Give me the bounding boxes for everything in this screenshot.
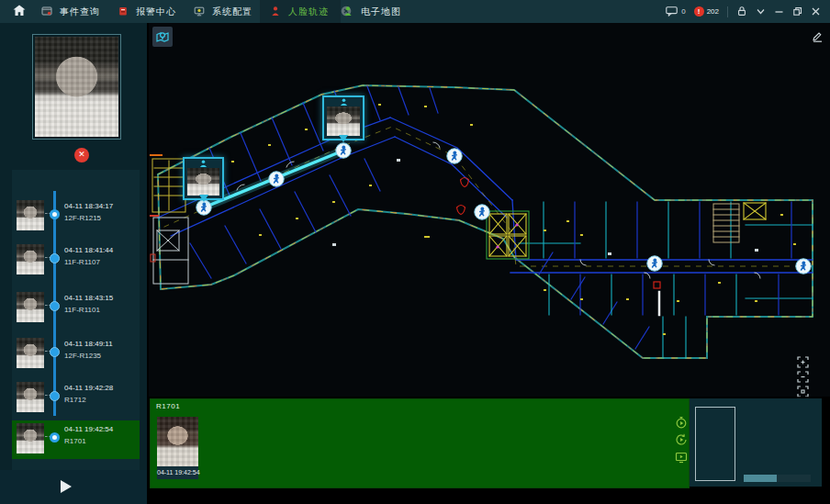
map-area bbox=[149, 23, 830, 397]
floor-plan-map[interactable] bbox=[149, 23, 830, 397]
electronic-map-icon bbox=[342, 4, 353, 20]
tab-label: 系统配置 bbox=[212, 6, 252, 18]
map-zoom-controls bbox=[797, 356, 809, 397]
timeline-item[interactable]: 04-11 19:42:28 R1712 bbox=[12, 379, 140, 418]
person-marker[interactable] bbox=[475, 205, 489, 219]
playback-bar bbox=[0, 470, 147, 504]
timeline-dot bbox=[50, 347, 60, 357]
tab-label: 报警中心 bbox=[136, 6, 176, 18]
scrollbar-thumb[interactable] bbox=[744, 475, 777, 482]
capture-thumb bbox=[17, 382, 44, 412]
card-pointer bbox=[199, 195, 208, 207]
face-trajectory-icon bbox=[270, 4, 281, 20]
alarm-center-icon bbox=[118, 4, 129, 20]
snapshot-card[interactable]: 04-11 19:42:54 bbox=[157, 417, 198, 479]
tab-label: 人脸轨迹 bbox=[288, 6, 329, 18]
timeline-item[interactable]: 04-11 18:49:11 12F-R1235 bbox=[12, 335, 140, 374]
tab-system-config[interactable]: 系统配置 bbox=[194, 0, 252, 23]
stairwell bbox=[713, 204, 739, 242]
tab-event-query[interactable]: 事件查询 bbox=[41, 0, 100, 23]
map-pin-icon bbox=[155, 29, 170, 44]
chevron-down-icon[interactable] bbox=[756, 4, 766, 20]
map-face-card[interactable] bbox=[322, 95, 365, 140]
capture-location: 12F-R1215 bbox=[64, 214, 101, 222]
edit-map-button[interactable] bbox=[811, 29, 823, 46]
target-face-image bbox=[35, 37, 118, 137]
zoom-out-icon bbox=[797, 371, 809, 383]
home-icon bbox=[13, 4, 26, 20]
titlebar-right-controls: 0 ! 202 bbox=[666, 0, 821, 23]
snapshot-time: 04-11 19:42:54 bbox=[157, 466, 198, 479]
capture-time: 04-11 18:49:11 bbox=[64, 340, 113, 348]
capture-time: 04-11 18:43:15 bbox=[64, 294, 113, 302]
trajectory-timeline-panel: 04-11 18:34:17 12F-R1215 04-11 18:41:44 … bbox=[12, 170, 140, 470]
play-button[interactable] bbox=[61, 480, 72, 493]
pencil-icon bbox=[811, 30, 823, 42]
alarm-badge[interactable]: ! 202 bbox=[694, 6, 719, 17]
zoom-out-button[interactable] bbox=[797, 371, 809, 383]
room-label: R1701 bbox=[156, 402, 180, 410]
timeline-item[interactable]: 04-11 18:34:17 12F-R1215 bbox=[12, 197, 140, 236]
playback-action-buttons bbox=[675, 416, 688, 464]
timeline-dot bbox=[50, 253, 60, 263]
person-marker[interactable] bbox=[447, 149, 462, 163]
person-marker[interactable] bbox=[647, 256, 662, 271]
capture-location: R1712 bbox=[64, 396, 86, 404]
timeline-item[interactable]: 04-11 18:41:44 11F-R1107 bbox=[12, 241, 140, 280]
circle-play-icon bbox=[675, 433, 688, 446]
lock-icon[interactable] bbox=[736, 4, 747, 20]
tab-alarm-center[interactable]: 报警中心 bbox=[118, 0, 176, 23]
horizontal-scrollbar[interactable] bbox=[744, 475, 811, 482]
person-marker[interactable] bbox=[269, 172, 284, 186]
titlebar: 事件查询 报警中心 系统配置 人脸轨迹 bbox=[0, 0, 830, 23]
zoom-in-button[interactable] bbox=[797, 356, 809, 368]
map-locate-button[interactable] bbox=[152, 27, 173, 47]
capture-time: 04-11 19:42:54 bbox=[64, 425, 113, 433]
floor-plan-walls bbox=[151, 85, 813, 358]
tab-label: 事件查询 bbox=[60, 6, 100, 18]
zoom-reset-button[interactable] bbox=[797, 386, 809, 397]
map-face-image bbox=[327, 106, 360, 136]
timed-playback-button[interactable] bbox=[675, 416, 688, 429]
capture-location: 11F-R1107 bbox=[64, 258, 100, 266]
clear-target-button[interactable]: ✕ bbox=[74, 148, 89, 162]
tab-face-trajectory[interactable]: 人脸轨迹 bbox=[270, 0, 352, 23]
capture-thumb bbox=[17, 338, 44, 368]
timeline-dot bbox=[50, 301, 60, 311]
system-config-icon bbox=[194, 4, 205, 20]
home-button[interactable] bbox=[13, 0, 26, 23]
close-window-button[interactable] bbox=[811, 4, 821, 20]
person-marker[interactable] bbox=[796, 259, 811, 274]
tab-label: 电子地图 bbox=[361, 6, 401, 18]
capture-time: 04-11 18:34:17 bbox=[64, 202, 113, 210]
capture-thumb bbox=[17, 423, 44, 454]
zoom-in-icon bbox=[797, 356, 809, 368]
capture-location: R1701 bbox=[64, 437, 86, 445]
application-window: 事件查询 报警中心 系统配置 人脸轨迹 bbox=[0, 0, 830, 504]
tab-electronic-map[interactable]: 电子地图 bbox=[342, 0, 401, 23]
replay-button[interactable] bbox=[675, 433, 688, 446]
restore-button[interactable] bbox=[792, 4, 802, 20]
message-icon[interactable] bbox=[666, 4, 678, 20]
timeline-item-selected[interactable]: 04-11 19:42:54 R1701 bbox=[12, 420, 140, 459]
timeline-dot bbox=[50, 209, 60, 219]
alarm-exclaim-icon: ! bbox=[694, 6, 704, 17]
timer-play-icon bbox=[675, 416, 688, 429]
live-video-button[interactable] bbox=[675, 451, 688, 464]
map-face-card[interactable] bbox=[183, 157, 224, 200]
map-face-image bbox=[187, 168, 219, 196]
event-query-icon bbox=[41, 4, 52, 20]
timeline-dot bbox=[50, 391, 60, 401]
capture-location: 11F-R1101 bbox=[64, 306, 100, 314]
capture-thumb bbox=[17, 200, 44, 230]
card-pointer bbox=[339, 135, 348, 147]
target-face-photo bbox=[32, 34, 121, 140]
minimize-button[interactable] bbox=[774, 4, 784, 20]
monitor-play-icon bbox=[675, 451, 688, 464]
capture-time: 04-11 19:42:28 bbox=[64, 384, 113, 392]
timeline-dot bbox=[50, 432, 60, 442]
capture-location: 12F-R1235 bbox=[64, 352, 101, 360]
titlebar-divider bbox=[727, 6, 728, 17]
snapshot-image bbox=[157, 417, 198, 466]
timeline-item[interactable]: 04-11 18:43:15 11F-R1101 bbox=[12, 289, 140, 328]
